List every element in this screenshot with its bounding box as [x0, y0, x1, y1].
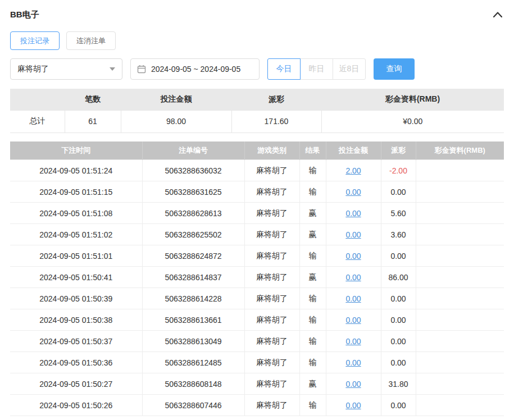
- bet-amount-link[interactable]: 0.00: [345, 252, 361, 261]
- game-type-cell: 麻将胡了: [244, 224, 299, 245]
- tab-bet-records[interactable]: 投注记录: [10, 31, 60, 50]
- summary-header-jackpot: 彩金资料(RMB): [321, 89, 504, 110]
- game-type-cell: 麻将胡了: [244, 267, 299, 288]
- bet-amount-cell: 0.00: [326, 181, 381, 203]
- table-row: 2024-09-05 01:51:015063288624872麻将胡了输0.0…: [10, 245, 504, 267]
- bet-time-cell: 2024-09-05 01:50:26: [10, 395, 142, 416]
- payout-cell: 0.00: [381, 288, 416, 309]
- bet-time-cell: 2024-09-05 01:51:01: [10, 245, 142, 267]
- bet-amount-cell: 0.00: [326, 352, 381, 373]
- order-number-cell: 5063288608148: [142, 373, 244, 395]
- game-type-cell: 麻将胡了: [244, 331, 299, 352]
- tab-label: 连消注单: [76, 36, 106, 46]
- header-payout: 派彩: [381, 141, 416, 160]
- summary-header-blank: [10, 89, 65, 110]
- summary-total-bet-amount: 98.00: [121, 110, 231, 133]
- table-row: 2024-09-05 01:51:155063288631625麻将胡了输0.0…: [10, 181, 504, 203]
- bet-amount-link[interactable]: 0.00: [345, 209, 361, 218]
- summary-header-payout: 派彩: [231, 89, 321, 110]
- table-row: 2024-09-05 01:50:385063288613661麻将胡了输0.0…: [10, 309, 504, 331]
- bet-records-panel: BB电子 投注记录 连消注单 麻将胡了 2024-09-05: [0, 0, 514, 416]
- table-row: 2024-09-05 01:51:245063288636032麻将胡了输2.0…: [10, 160, 504, 181]
- result-cell: 输: [299, 352, 326, 373]
- bet-amount-link[interactable]: 0.00: [345, 230, 361, 239]
- bet-amount-link[interactable]: 0.00: [345, 294, 361, 303]
- tab-label: 投注记录: [20, 36, 49, 46]
- summary-total-row: 总计 61 98.00 171.60 ¥0.00: [10, 110, 504, 133]
- order-number-cell: 5063288625502: [142, 224, 244, 245]
- bet-amount-cell: 0.00: [326, 331, 381, 352]
- bet-amount-link[interactable]: 0.00: [345, 401, 361, 410]
- summary-header-row: 笔数 投注金额 派彩 彩金资料(RMB): [10, 89, 504, 110]
- result-cell: 输: [299, 245, 326, 267]
- game-select-value: 麻将胡了: [17, 64, 49, 74]
- summary-total-payout: 171.60: [231, 110, 321, 133]
- jackpot-cell: [416, 331, 504, 352]
- tab-cancelled-orders[interactable]: 连消注单: [66, 31, 116, 50]
- result-cell: 赢: [299, 224, 326, 245]
- jackpot-cell: [416, 352, 504, 373]
- result-cell: 输: [299, 160, 326, 181]
- bet-table-body: 2024-09-05 01:51:245063288636032麻将胡了输2.0…: [10, 160, 504, 416]
- table-row: 2024-09-05 01:51:085063288628613麻将胡了赢0.0…: [10, 203, 504, 224]
- bet-amount-cell: 0.00: [326, 245, 381, 267]
- bet-amount-link[interactable]: 0.00: [345, 188, 361, 197]
- page-title: BB电子: [10, 10, 39, 20]
- jackpot-cell: [416, 181, 504, 203]
- calendar-icon: [137, 65, 146, 74]
- order-number-cell: 5063288628613: [142, 203, 244, 224]
- result-cell: 输: [299, 181, 326, 203]
- table-row: 2024-09-05 01:50:265063288607446麻将胡了输0.0…: [10, 395, 504, 416]
- yesterday-button[interactable]: 昨日: [300, 58, 333, 80]
- bet-amount-cell: 0.00: [326, 373, 381, 395]
- bet-amount-link[interactable]: 0.00: [345, 358, 361, 367]
- game-type-cell: 麻将胡了: [244, 245, 299, 267]
- bet-amount-link[interactable]: 0.00: [345, 316, 361, 325]
- payout-cell: -2.00: [381, 160, 416, 181]
- game-type-cell: 麻将胡了: [244, 373, 299, 395]
- payout-value: 0.00: [390, 337, 406, 346]
- payout-cell: 31.80: [381, 373, 416, 395]
- game-type-cell: 麻将胡了: [244, 309, 299, 331]
- bet-amount-link[interactable]: 2.00: [345, 166, 361, 175]
- payout-value: -2.00: [389, 166, 407, 175]
- bet-records-table: 下注时间 注单编号 游戏类别 结果 投注金额 派彩 彩金资料(RMB) 2024…: [10, 141, 504, 417]
- search-button[interactable]: 查询: [374, 58, 415, 80]
- bet-amount-cell: 0.00: [326, 395, 381, 416]
- bet-time-cell: 2024-09-05 01:51:15: [10, 181, 142, 203]
- summary-table: 笔数 投注金额 派彩 彩金资料(RMB) 总计 61 98.00 171.60 …: [10, 89, 504, 133]
- payout-cell: 86.00: [381, 267, 416, 288]
- bet-time-cell: 2024-09-05 01:51:24: [10, 160, 142, 181]
- result-cell: 赢: [299, 373, 326, 395]
- bet-time-cell: 2024-09-05 01:50:27: [10, 373, 142, 395]
- jackpot-cell: [416, 395, 504, 416]
- table-row: 2024-09-05 01:50:365063288612485麻将胡了输0.0…: [10, 352, 504, 373]
- game-type-cell: 麻将胡了: [244, 395, 299, 416]
- order-number-cell: 5063288636032: [142, 160, 244, 181]
- payout-cell: 3.60: [381, 224, 416, 245]
- payout-value: 0.00: [390, 294, 406, 303]
- payout-cell: 0.00: [381, 395, 416, 416]
- chevron-up-icon: [493, 12, 502, 17]
- bet-amount-cell: 0.00: [326, 224, 381, 245]
- payout-value: 86.00: [388, 273, 408, 282]
- bet-amount-link[interactable]: 0.00: [345, 273, 361, 282]
- header-bet-amount: 投注金额: [326, 141, 381, 160]
- summary-header-count: 笔数: [65, 89, 121, 110]
- jackpot-cell: [416, 267, 504, 288]
- summary-header-bet-amount: 投注金额: [121, 89, 231, 110]
- bet-amount-cell: 0.00: [326, 203, 381, 224]
- game-select[interactable]: 麻将胡了: [10, 58, 122, 80]
- game-type-cell: 麻将胡了: [244, 288, 299, 309]
- today-button[interactable]: 今日: [267, 58, 301, 80]
- payout-value: 0.00: [390, 188, 406, 197]
- jackpot-cell: [416, 203, 504, 224]
- order-number-cell: 5063288607446: [142, 395, 244, 416]
- bet-amount-link[interactable]: 0.00: [345, 380, 361, 389]
- jackpot-cell: [416, 160, 504, 181]
- bet-amount-cell: 0.00: [326, 288, 381, 309]
- collapse-panel-button[interactable]: [492, 8, 504, 21]
- bet-amount-link[interactable]: 0.00: [345, 337, 361, 346]
- last-8-days-button[interactable]: 近8日: [333, 58, 366, 80]
- date-range-picker[interactable]: 2024-09-05 ~ 2024-09-05: [130, 58, 260, 80]
